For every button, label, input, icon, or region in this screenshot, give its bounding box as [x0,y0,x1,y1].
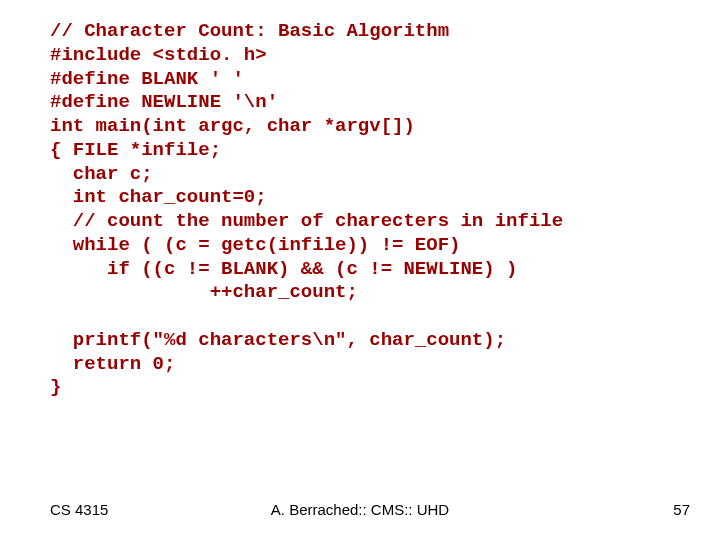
footer: CS 4315 A. Berrached:: CMS:: UHD 57 [0,501,720,518]
code-line: while ( (c = getc(infile)) != EOF) [50,234,460,256]
code-block: // Character Count: Basic Algorithm #inc… [50,20,690,400]
slide: // Character Count: Basic Algorithm #inc… [0,0,720,540]
code-line: #define BLANK ' ' [50,68,244,90]
code-line: #define NEWLINE '\n' [50,91,278,113]
code-line: ++char_count; [50,281,358,303]
code-line: // Character Count: Basic Algorithm [50,20,449,42]
code-line: if ((c != BLANK) && (c != NEWLINE) ) [50,258,517,280]
code-line: printf("%d characters\n", char_count); [50,329,506,351]
footer-left: CS 4315 [50,501,108,518]
code-line: { FILE *infile; [50,139,221,161]
code-line: } [50,376,61,398]
code-line: char c; [50,163,153,185]
code-line: // count the number of charecters in inf… [50,210,563,232]
code-line: int char_count=0; [50,186,267,208]
code-line: return 0; [50,353,175,375]
code-line: #include <stdio. h> [50,44,267,66]
footer-right: 57 [673,501,690,518]
code-line: int main(int argc, char *argv[]) [50,115,415,137]
